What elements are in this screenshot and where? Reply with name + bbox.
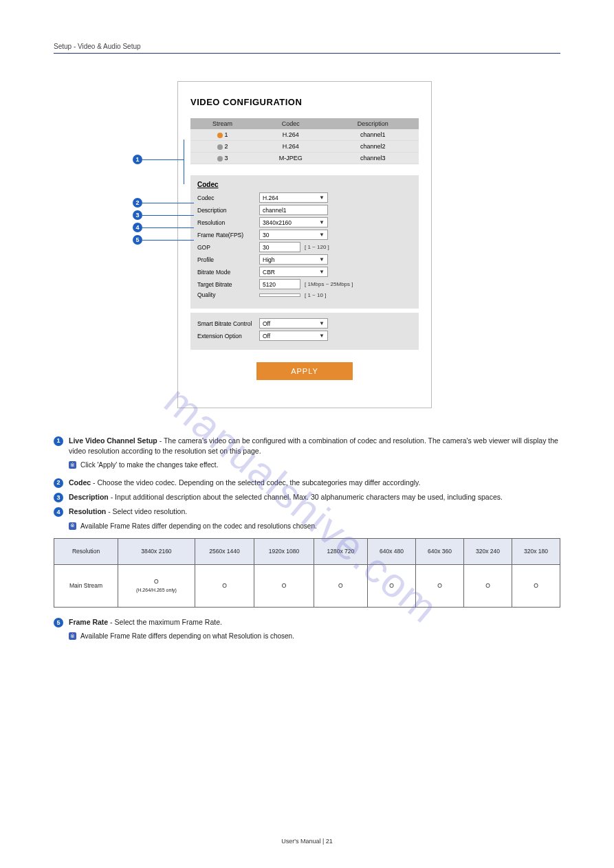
- note: ※Click 'Apply' to make the changes take …: [69, 460, 560, 471]
- stream-codec: H.264: [254, 141, 327, 153]
- chevron-down-icon: ▼: [319, 333, 325, 339]
- select-field[interactable]: H.264▼: [259, 192, 328, 203]
- form-label: Quality: [197, 291, 259, 298]
- panel-title: VIDEO CONFIGURATION: [190, 97, 419, 107]
- list-item: 5Frame Rate - Select the maximum Frame R…: [54, 617, 560, 627]
- radio-icon[interactable]: [217, 156, 223, 162]
- video-config-panel: VIDEO CONFIGURATION Stream Codec Descrip…: [177, 81, 432, 408]
- stream-desc: channel1: [327, 129, 419, 141]
- table-cell: O: [415, 565, 463, 608]
- callout-line-5: [142, 240, 194, 241]
- list-item: 4Resolution - Select video resolution.: [54, 507, 560, 517]
- col-header: 640x 480: [368, 539, 416, 565]
- col-header: 2560x 1440: [195, 539, 254, 565]
- codec-block: Codec CodecH.264▼Descriptionchannel1Reso…: [190, 175, 419, 309]
- col-header: 1920x 1080: [254, 539, 314, 565]
- form-label: Smart Bitrate Control: [197, 320, 259, 327]
- callout-line-1v: [184, 140, 184, 184]
- select-field[interactable]: Off▼: [259, 318, 328, 329]
- number-field[interactable]: 30: [259, 242, 300, 252]
- form-row: ProfileHigh▼: [197, 254, 412, 265]
- col-codec: Codec: [254, 118, 327, 129]
- note-icon: ※: [69, 522, 76, 530]
- form-row: Bitrate ModeCBR▼: [197, 267, 412, 277]
- callout-1: 1: [133, 155, 142, 164]
- select-field[interactable]: CBR▼: [259, 267, 328, 277]
- table-cell: O: [254, 565, 314, 608]
- callout-line-1: [142, 159, 184, 160]
- radio-icon[interactable]: [217, 133, 223, 138]
- table-cell: O: [195, 565, 254, 608]
- select-field[interactable]: Off▼: [259, 331, 328, 341]
- table-cell: O: [512, 565, 560, 608]
- bullet-number: 5: [54, 618, 63, 627]
- stream-codec: H.264: [254, 129, 327, 141]
- form-row: CodecH.264▼: [197, 192, 412, 203]
- resolution-table: Resolution3840x 21602560x 14401920x 1080…: [54, 538, 560, 608]
- number-field[interactable]: 5120: [259, 279, 300, 289]
- form-row: Target Bitrate5120[ 1Mbps ~ 25Mbps ]: [197, 279, 412, 289]
- col-header: 640x 360: [415, 539, 463, 565]
- form-label: GOP: [197, 244, 259, 251]
- bullet-number: 3: [54, 493, 63, 502]
- form-label: Codec: [197, 194, 259, 201]
- bullet-number: 1: [54, 436, 63, 446]
- apply-button[interactable]: APPLY: [256, 362, 353, 380]
- table-row[interactable]: 3 M-JPEG channel3: [190, 153, 419, 164]
- list-item: 3Description - Input additional descript…: [54, 492, 560, 502]
- list-text: Frame Rate - Select the maximum Frame Ra…: [69, 617, 560, 627]
- form-row: GOP30[ 1 ~ 120 ]: [197, 242, 412, 252]
- col-header: 320x 180: [512, 539, 560, 565]
- note-icon: ※: [69, 461, 76, 469]
- page-footer: User's Manual | 21: [0, 838, 614, 845]
- header-path: Setup - Video & Audio Setup: [54, 43, 560, 50]
- description-list: 1Live Video Channel Setup - The camera's…: [54, 436, 560, 642]
- hint-text: [ 1 ~ 120 ]: [305, 244, 329, 250]
- table-cell: O(H.264/H.265 only): [118, 565, 195, 608]
- form-label: Extension Option: [197, 333, 259, 340]
- callout-3: 3: [133, 210, 142, 220]
- list-item: 1Live Video Channel Setup - The camera's…: [54, 436, 560, 456]
- bullet-number: 4: [54, 507, 63, 517]
- table-row[interactable]: 2 H.264 channel2: [190, 141, 419, 153]
- codec-heading: Codec: [197, 181, 412, 188]
- form-label: Profile: [197, 256, 259, 263]
- callout-2: 2: [133, 198, 142, 208]
- select-field[interactable]: 30▼: [259, 230, 328, 240]
- form-row: Smart Bitrate ControlOff▼: [197, 318, 412, 329]
- stream-num: 1: [225, 131, 228, 138]
- form-label: Resolution: [197, 219, 259, 226]
- list-text: Codec - Choose the video codec. Dependin…: [69, 478, 560, 488]
- stream-desc: channel3: [327, 153, 419, 164]
- callout-line-4: [142, 227, 194, 228]
- radio-icon[interactable]: [217, 144, 223, 150]
- chevron-down-icon: ▼: [319, 219, 325, 225]
- screenshot-wrap: 1 2 3 4 5 VIDEO CONFIGURATION Stream Cod…: [177, 81, 560, 408]
- form-label: Target Bitrate: [197, 281, 259, 288]
- table-cell: O: [463, 565, 512, 608]
- form-row: Frame Rate(FPS)30▼: [197, 230, 412, 240]
- stream-desc: channel2: [327, 141, 419, 153]
- callout-line-3: [142, 215, 194, 216]
- table-row[interactable]: 1 H.264 channel1: [190, 129, 419, 141]
- sbc-block: Smart Bitrate ControlOff▼Extension Optio…: [190, 313, 419, 350]
- chevron-down-icon: ▼: [319, 269, 325, 275]
- note-text: Click 'Apply' to make the changes take e…: [80, 460, 218, 471]
- note: ※Available Frame Rate differs depending …: [69, 632, 560, 642]
- select-field[interactable]: 3840x2160▼: [259, 217, 328, 227]
- select-field[interactable]: High▼: [259, 254, 328, 265]
- col-stream: Stream: [190, 118, 254, 129]
- callout-4: 4: [133, 223, 142, 232]
- list-text: Description - Input additional descripti…: [69, 492, 560, 502]
- list-text: Resolution - Select video resolution.: [69, 507, 560, 517]
- col-header: Resolution: [54, 539, 118, 565]
- form-row: Quality[ 1 ~ 10 ]: [197, 291, 412, 298]
- header-rule: [54, 53, 560, 54]
- note-text: Available Frame Rate differs depending o…: [80, 632, 294, 642]
- chevron-down-icon: ▼: [319, 194, 325, 201]
- table-cell: O: [368, 565, 416, 608]
- input-field[interactable]: channel1: [259, 205, 328, 215]
- callout-5: 5: [133, 235, 142, 245]
- number-field[interactable]: [259, 293, 300, 297]
- stream-codec: M-JPEG: [254, 153, 327, 164]
